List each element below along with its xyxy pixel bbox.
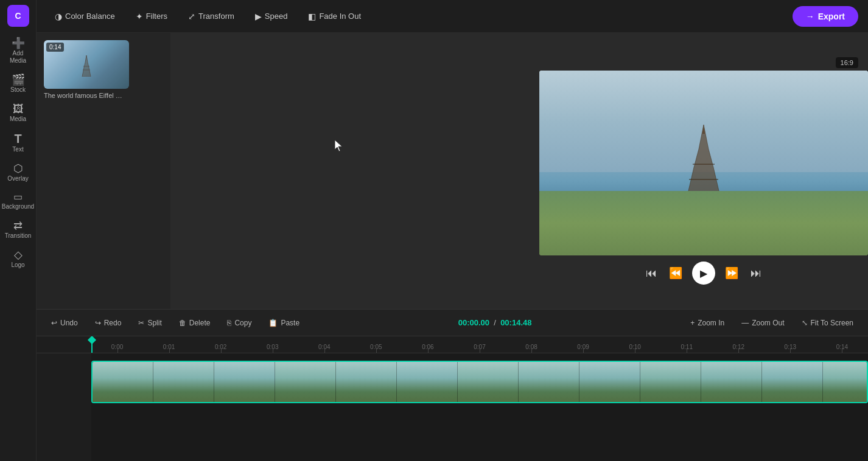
rewind-button[interactable]: ⏪: [667, 264, 685, 282]
current-frames: .00: [478, 318, 489, 327]
filters-button[interactable]: ✦ Filters: [127, 7, 176, 26]
delete-button[interactable]: 🗑 Delete: [172, 315, 218, 331]
sidebar-item-add-media[interactable]: ➕ Add Media: [2, 34, 34, 68]
paste-button[interactable]: 📋 Paste: [261, 315, 307, 331]
media-duration-badge: 0:14: [46, 43, 64, 52]
fade-in-out-label: Fade In Out: [319, 12, 361, 21]
app-logo[interactable]: C: [7, 5, 29, 27]
copy-icon: ⎘: [227, 319, 231, 327]
sidebar-item-overlay[interactable]: ⬡ Overlay: [2, 159, 34, 186]
delete-label: Delete: [189, 319, 211, 327]
zoom-in-icon: +: [690, 319, 695, 327]
text-icon: T: [14, 133, 21, 145]
ruler-mark: 0:13: [765, 344, 816, 353]
fit-to-screen-button[interactable]: ⤡ Fit To Screen: [794, 315, 861, 331]
ruler-mark: 0:04: [298, 344, 350, 353]
paste-label: Paste: [281, 319, 299, 327]
total-frames: .48: [520, 318, 531, 327]
video-frame: [539, 71, 868, 255]
filters-label: Filters: [146, 12, 167, 21]
add-media-icon: ➕: [12, 38, 25, 49]
clip-frame: [275, 362, 336, 402]
ruler-mark: 0:00: [91, 344, 143, 353]
zoom-out-icon: —: [741, 319, 749, 327]
clip-frame: [640, 362, 701, 402]
media-thumbnail[interactable]: 0:14: [44, 40, 129, 89]
split-button[interactable]: ✂ Split: [131, 315, 169, 331]
zoom-in-label: Zoom In: [698, 319, 724, 327]
redo-button[interactable]: ↪ Redo: [88, 315, 129, 331]
sidebar-item-media[interactable]: 🖼 Media: [2, 100, 34, 127]
color-balance-icon: ◑: [55, 12, 62, 21]
filters-icon: ✦: [136, 12, 143, 21]
speed-button[interactable]: ▶ Speed: [247, 7, 296, 26]
zoom-in-button[interactable]: + Zoom In: [683, 315, 732, 331]
media-title: The world famous Eiffel …: [44, 92, 129, 99]
skip-to-end-button[interactable]: ⏭: [748, 265, 764, 282]
timeline-section: ↩ Undo ↪ Redo ✂ Split 🗑 Delete ⎘ Copy 📋: [37, 309, 868, 461]
sidebar-item-transition-label: Transition: [5, 232, 32, 240]
sidebar-item-transition[interactable]: ⇄ Transition: [2, 217, 34, 243]
transform-label: Transform: [198, 12, 234, 21]
total-time-highlight: 00:14: [500, 318, 520, 327]
clip-frame: [153, 362, 214, 402]
zoom-out-button[interactable]: — Zoom Out: [734, 315, 791, 331]
zoom-out-label: Zoom Out: [752, 319, 784, 327]
video-ground: [539, 191, 868, 255]
copy-label: Copy: [234, 319, 251, 327]
video-track: [91, 361, 868, 403]
export-arrow-icon: →: [806, 12, 814, 21]
redo-label: Redo: [104, 319, 122, 327]
sidebar-item-background[interactable]: ▭ Background: [2, 189, 34, 214]
undo-button[interactable]: ↩ Undo: [44, 315, 85, 331]
fade-in-out-button[interactable]: ◧ Fade In Out: [299, 7, 369, 26]
video-clip[interactable]: [91, 361, 868, 403]
ruler-mark: 0:01: [143, 344, 195, 353]
playhead: [91, 336, 93, 353]
copy-button[interactable]: ⎘ Copy: [220, 315, 259, 331]
timeline-time-display: 00:00.00 / 00:14.48: [309, 318, 681, 327]
sidebar-item-logo[interactable]: ◇ Logo: [2, 246, 34, 272]
sidebar-item-media-label: Media: [10, 116, 26, 123]
main-content: ◑ Color Balance ✦ Filters ⤢ Transform ▶ …: [37, 0, 868, 461]
transform-icon: ⤢: [188, 12, 195, 21]
clip-frame: [519, 362, 579, 402]
ruler-mark: 0:07: [453, 344, 505, 353]
toolbar-tools: ◑ Color Balance ✦ Filters ⤢ Transform ▶ …: [46, 7, 369, 26]
clip-frame: [214, 362, 275, 402]
sidebar-item-stock[interactable]: 🎬 Stock: [2, 71, 34, 97]
play-pause-button[interactable]: ▶: [692, 262, 715, 285]
ruler-mark: 0:12: [713, 344, 765, 353]
sidebar-item-text-label: Text: [12, 146, 23, 153]
sidebar-item-stock-label: Stock: [10, 86, 26, 94]
paste-icon: 📋: [268, 319, 278, 327]
fast-forward-button[interactable]: ⏩: [723, 264, 741, 282]
video-preview-container: 16:9 ⏮ ⏪ ▶ ⏩ ⏭: [539, 33, 868, 309]
ruler-mark: 0:08: [506, 344, 558, 353]
preview-area: [170, 33, 539, 309]
fade-in-out-icon: ◧: [308, 12, 316, 21]
video-clip-inner: [93, 362, 867, 402]
sidebar-item-logo-label: Logo: [11, 262, 24, 269]
background-icon: ▭: [13, 192, 23, 202]
aspect-ratio-badge: 16:9: [836, 57, 858, 68]
color-balance-button[interactable]: ◑ Color Balance: [46, 7, 124, 26]
export-button[interactable]: → Export: [793, 6, 858, 27]
undo-label: Undo: [60, 319, 78, 327]
sidebar-item-background-label: Background: [2, 203, 34, 210]
playback-controls: ⏮ ⏪ ▶ ⏩ ⏭: [643, 262, 764, 285]
ruler-mark: 0:10: [609, 344, 661, 353]
eiffel-thumbnail-svg: [80, 55, 93, 77]
logo-icon: ◇: [14, 249, 23, 260]
transform-button[interactable]: ⤢ Transform: [180, 7, 243, 26]
sidebar-item-text[interactable]: T Text: [2, 129, 34, 157]
sidebar-item-overlay-label: Overlay: [7, 175, 28, 182]
ruler-mark: 0:05: [350, 344, 402, 353]
clip-frame: [579, 362, 640, 402]
skip-to-start-button[interactable]: ⏮: [643, 265, 659, 282]
ruler-mark: 0:06: [402, 344, 453, 353]
redo-icon: ↪: [95, 319, 101, 327]
timeline-content: [37, 353, 868, 461]
speed-icon: ▶: [255, 12, 262, 21]
overlay-icon: ⬡: [13, 163, 23, 174]
